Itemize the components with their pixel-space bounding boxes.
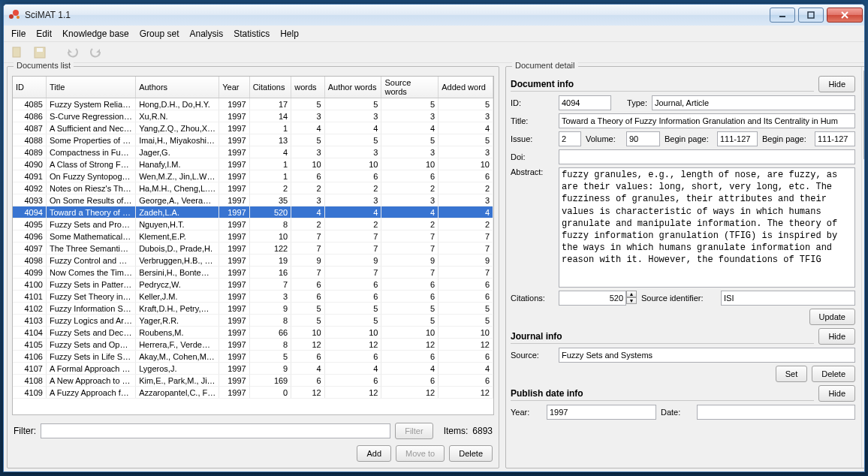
col-id[interactable]: ID (13, 77, 46, 98)
volume-field[interactable] (626, 131, 660, 146)
cell: 9 (249, 363, 291, 375)
update-button[interactable]: Update (809, 309, 855, 325)
title-field[interactable] (559, 113, 855, 128)
id-label: ID: (511, 98, 554, 107)
table-row[interactable]: 4109A Fuzzy Approach fo…Azzaropantel,C.,… (13, 387, 493, 399)
spin-up-icon[interactable]: ▲ (626, 291, 637, 297)
cell: 5 (324, 98, 381, 110)
documents-list-panel: Documents list ID Title Authors Year Cit… (7, 66, 499, 468)
table-row[interactable]: 4086S-Curve Regression …Xu,R.N.199714333… (13, 110, 493, 122)
table-row[interactable]: 4106Fuzzy Sets in Life Sci…Akay,M., Cohe… (13, 351, 493, 363)
document-info-hide-button[interactable]: Hide (818, 76, 855, 92)
cell: 3 (291, 110, 324, 122)
table-row[interactable]: 4103Fuzzy Logics and Arti…Yager,R.R.1997… (13, 315, 493, 327)
menu-knowledge-base[interactable]: Knowledge base (58, 27, 134, 41)
table-header-row[interactable]: ID Title Authors Year Citations words Au… (13, 77, 493, 98)
table-row[interactable]: 4098Fuzzy Control and C…Verbruggen,H.B.,… (13, 255, 493, 267)
add-button[interactable]: Add (357, 445, 391, 462)
maximize-button[interactable] (798, 8, 824, 23)
col-author-words[interactable]: Author words (324, 77, 381, 98)
document-detail-legend: Document detail (512, 61, 578, 70)
table-row[interactable]: 4087A Sufficient and Nec…Yang,Z.Q., Zhou… (13, 122, 493, 134)
spin-down-icon[interactable]: ▼ (626, 297, 637, 304)
table-row[interactable]: 4091On Fuzzy Syntopoge…Wen,M.Z., Jin,L.W… (13, 170, 493, 182)
items-label: Items: (444, 426, 469, 436)
cell: 2 (324, 218, 381, 230)
col-citations[interactable]: Citations (249, 77, 291, 98)
cell: 2 (381, 218, 439, 230)
table-row[interactable]: 4092Notes on Riesz's The…Ha,M.H., Cheng,… (13, 182, 493, 194)
table-row[interactable]: 4107A Formal Approach t…Lygeros,J.199794… (13, 363, 493, 375)
table-row[interactable]: 4090A Class of Strong Fo…Hanafy,I.M.1997… (13, 158, 493, 170)
menu-edit[interactable]: Edit (32, 27, 56, 41)
new-file-icon[interactable] (8, 44, 26, 62)
cell: 1997 (219, 158, 249, 170)
table-row[interactable]: 4085Fuzzy System Reliabi…Hong,D.H., Do,H… (13, 98, 493, 110)
set-button[interactable]: Set (776, 366, 808, 382)
move-to-button[interactable]: Move to (396, 445, 445, 462)
table-row[interactable]: 4097The Three Semantics…Dubois,D., Prade… (13, 243, 493, 255)
table-row[interactable]: 4089Compactness in Fuz…Jager,G.199743333 (13, 146, 493, 158)
table-row[interactable]: 4102Fuzzy Information S…Kraft,D.H., Petr… (13, 303, 493, 315)
table-row[interactable]: 4108A New Approach to …Kim,E., Park,M., … (13, 375, 493, 387)
menu-group-set[interactable]: Group set (135, 27, 184, 41)
cell: 6 (324, 351, 381, 363)
cell: 9 (291, 255, 324, 267)
filter-button[interactable]: Filter (395, 423, 432, 439)
table-row[interactable]: 4088Some Properties of …Imai,H., Miyakos… (13, 134, 493, 146)
issue-field[interactable] (559, 131, 581, 146)
cell: 7 (381, 230, 439, 243)
documents-table[interactable]: ID Title Authors Year Citations words Au… (13, 77, 493, 399)
col-added-word[interactable]: Added word (439, 77, 493, 98)
scrollbar-thumb[interactable] (863, 76, 865, 160)
table-row[interactable]: 4100Fuzzy Sets in Patter…Pedrycz,W.19977… (13, 279, 493, 291)
begin-page2-field[interactable] (815, 131, 855, 146)
cell: The Three Semantics… (46, 243, 135, 255)
menu-help[interactable]: Help (276, 27, 303, 41)
table-row[interactable]: 4093On Some Results of …George,A., Veera… (13, 194, 493, 206)
col-words[interactable]: words (291, 77, 324, 98)
col-title[interactable]: Title (46, 77, 135, 98)
cell: Fuzzy Sets in Patter… (46, 279, 135, 291)
undo-icon[interactable] (64, 44, 82, 62)
table-row[interactable]: 4096Some Mathematical …Klement,E.P.19971… (13, 230, 493, 243)
source-identifier-field[interactable] (721, 291, 855, 306)
table-row[interactable]: 4105Fuzzy Sets and Oper…Herrera,F., Verd… (13, 339, 493, 351)
minimize-button[interactable] (770, 8, 795, 23)
journal-delete-button[interactable]: Delete (812, 366, 855, 382)
redo-icon[interactable] (86, 44, 104, 62)
col-year[interactable]: Year (219, 77, 249, 98)
citations-stepper[interactable]: ▲▼ (559, 291, 637, 306)
id-field[interactable] (559, 95, 611, 110)
close-button[interactable] (827, 8, 863, 23)
menu-analysis[interactable]: Analysis (185, 27, 228, 41)
publish-date-hide-button[interactable]: Hide (818, 385, 855, 402)
filter-input[interactable] (41, 423, 390, 438)
detail-scrollbar[interactable] (861, 76, 865, 463)
save-icon[interactable] (31, 44, 49, 62)
doi-field[interactable] (559, 149, 855, 164)
table-row[interactable]: 4104Fuzzy Sets and Decis…Roubens,M.19976… (13, 327, 493, 339)
col-authors[interactable]: Authors (136, 77, 219, 98)
table-row[interactable]: 4099Now Comes the Time…Bersini,H., Bonte… (13, 267, 493, 279)
journal-info-hide-button[interactable]: Hide (818, 328, 855, 345)
delete-button[interactable]: Delete (449, 445, 493, 462)
source-field[interactable] (559, 348, 855, 363)
cell: Azzaropantel,C., F… (136, 387, 219, 399)
date-field[interactable] (697, 405, 855, 420)
table-row[interactable]: 4094Toward a Theory of …Zadeh,L.A.199752… (13, 206, 493, 218)
citations-field[interactable] (559, 291, 626, 306)
menu-statistics[interactable]: Statistics (229, 27, 274, 41)
cell: 4 (291, 363, 324, 375)
table-row[interactable]: 4101Fuzzy Set Theory in …Keller,J.M.1997… (13, 291, 493, 303)
cell: 1 (249, 122, 291, 134)
col-source-words[interactable]: Source words (381, 77, 439, 98)
menu-file[interactable]: File (7, 27, 30, 41)
abstract-field[interactable] (559, 167, 855, 288)
year-field[interactable] (547, 405, 656, 420)
table-row[interactable]: 4095Fuzzy Sets and Prob…Nguyen,H.T.19978… (13, 218, 493, 230)
svg-rect-4 (808, 12, 814, 18)
type-field[interactable] (652, 95, 855, 110)
begin-page-field[interactable] (717, 131, 758, 146)
cell: 4 (324, 122, 381, 134)
